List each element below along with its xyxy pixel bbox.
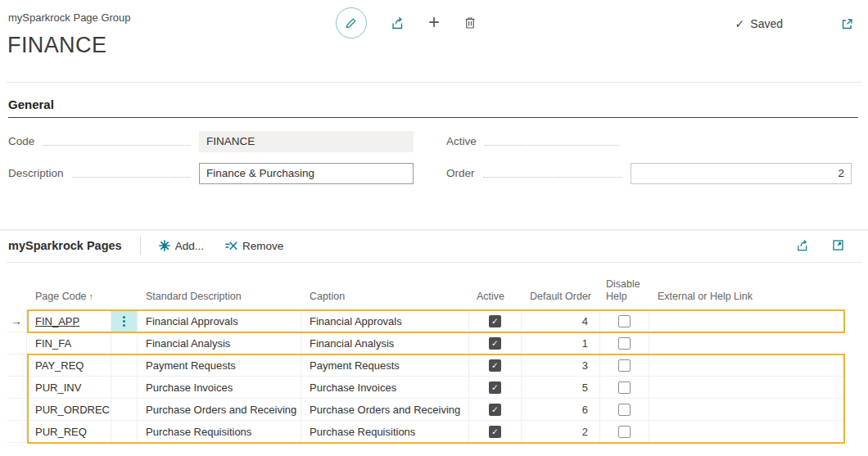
add-button[interactable]: Add... bbox=[159, 240, 204, 252]
caption-cell[interactable]: Financial Approvals bbox=[301, 310, 469, 332]
standard-description-cell[interactable]: Purchase Orders and Receiving bbox=[138, 399, 301, 420]
top-toolbar: + bbox=[336, 7, 477, 38]
column-header-external-link[interactable]: External or Help Link bbox=[649, 291, 845, 310]
save-status: Saved bbox=[735, 17, 783, 30]
table-row[interactable]: PUR_ORDREC Purchase Orders and Receiving… bbox=[7, 399, 845, 421]
active-checkbox[interactable] bbox=[489, 404, 501, 416]
active-checkbox[interactable] bbox=[489, 337, 501, 350]
dotted-leader bbox=[485, 138, 622, 146]
row-menu-cell bbox=[111, 399, 138, 420]
vertical-dots-icon bbox=[123, 320, 125, 323]
page-code-link[interactable]: FIN_FA bbox=[35, 337, 71, 350]
open-in-new-window-button[interactable] bbox=[840, 17, 854, 31]
order-field[interactable] bbox=[631, 163, 852, 184]
popout-icon bbox=[840, 17, 854, 31]
external-link-cell[interactable] bbox=[649, 332, 845, 354]
row-selector-cell[interactable] bbox=[7, 354, 27, 376]
add-button-label: Add... bbox=[175, 240, 204, 252]
caption-cell[interactable]: Purchase Invoices bbox=[301, 377, 469, 398]
table-row[interactable]: FIN_FA Financial Analysis Financial Anal… bbox=[7, 332, 845, 354]
standard-description-cell[interactable]: Payment Requests bbox=[138, 354, 301, 376]
share-icon bbox=[795, 238, 810, 253]
remove-x-icon bbox=[225, 241, 237, 251]
column-header-caption[interactable]: Caption bbox=[301, 291, 469, 310]
page-code-link[interactable]: PUR_REQ bbox=[35, 426, 87, 438]
external-link-cell[interactable] bbox=[649, 377, 845, 398]
active-checkbox[interactable] bbox=[489, 315, 501, 327]
external-link-cell[interactable] bbox=[649, 310, 845, 332]
row-selector-cell[interactable] bbox=[7, 377, 27, 398]
default-order-cell[interactable]: 6 bbox=[522, 399, 600, 420]
dotted-leader bbox=[43, 138, 191, 146]
remove-button[interactable]: Remove bbox=[225, 240, 283, 252]
external-link-cell[interactable] bbox=[649, 399, 845, 420]
active-checkbox[interactable] bbox=[489, 426, 501, 438]
table-row[interactable]: PUR_REQ Purchase Requisitions Purchase R… bbox=[7, 421, 845, 443]
caption-cell[interactable]: Purchase Orders and Receiving bbox=[301, 399, 469, 420]
disable-help-checkbox[interactable] bbox=[618, 359, 631, 372]
disable-help-checkbox[interactable] bbox=[618, 426, 631, 438]
column-header-page-code[interactable]: Page Code↑ bbox=[27, 291, 111, 310]
field-active: Active bbox=[446, 130, 852, 152]
dotted-leader bbox=[483, 169, 622, 178]
share-button[interactable] bbox=[390, 16, 405, 31]
external-link-cell[interactable] bbox=[649, 421, 845, 442]
expand-part-button[interactable] bbox=[831, 238, 845, 253]
active-checkbox[interactable] bbox=[489, 382, 501, 394]
page-code-link[interactable]: FIN_APP bbox=[35, 315, 79, 327]
edit-button[interactable] bbox=[336, 7, 367, 38]
code-field[interactable] bbox=[199, 131, 414, 152]
table-row[interactable]: PUR_INV Purchase Invoices Purchase Invoi… bbox=[7, 377, 845, 399]
row-menu-cell bbox=[111, 377, 138, 398]
column-header-default-order[interactable]: Default Order bbox=[522, 291, 600, 310]
general-fields: Code Active Description Order bbox=[8, 130, 852, 184]
default-order-cell[interactable]: 3 bbox=[522, 354, 600, 376]
caption-cell[interactable]: Purchase Requisitions bbox=[301, 421, 469, 442]
expand-icon bbox=[831, 238, 845, 252]
page-code-link[interactable]: PUR_ORDREC bbox=[35, 404, 110, 416]
description-field[interactable] bbox=[199, 163, 414, 184]
column-header-active[interactable]: Active bbox=[469, 291, 522, 310]
column-header-disable-help[interactable]: Disable Help bbox=[600, 278, 649, 310]
row-selector-header bbox=[7, 304, 27, 310]
table-row[interactable]: → FIN_APP Financial Approvals Financial … bbox=[7, 310, 845, 332]
active-checkbox[interactable] bbox=[489, 359, 501, 372]
row-selector-cell[interactable] bbox=[7, 421, 27, 442]
code-label: Code bbox=[8, 135, 34, 147]
page-code-link[interactable]: PAY_REQ bbox=[35, 359, 84, 372]
pencil-icon bbox=[345, 16, 358, 29]
default-order-cell[interactable]: 4 bbox=[522, 310, 600, 332]
share-part-button[interactable] bbox=[795, 238, 810, 253]
dotted-leader bbox=[72, 169, 191, 178]
breadcrumb[interactable]: mySparkrock Page Group bbox=[8, 11, 131, 24]
page-title: FINANCE bbox=[7, 33, 106, 58]
default-order-cell[interactable]: 1 bbox=[522, 332, 600, 354]
caption-cell[interactable]: Financial Analysis bbox=[301, 332, 469, 354]
pages-table: Page Code↑ Standard Description Caption … bbox=[7, 264, 845, 443]
standard-description-cell[interactable]: Purchase Invoices bbox=[138, 377, 301, 398]
disable-help-checkbox[interactable] bbox=[618, 337, 631, 350]
standard-description-cell[interactable]: Financial Analysis bbox=[138, 332, 301, 354]
row-selector-cell[interactable] bbox=[7, 332, 27, 354]
delete-button[interactable] bbox=[463, 16, 477, 30]
field-description: Description bbox=[8, 162, 414, 184]
standard-description-cell[interactable]: Financial Approvals bbox=[138, 310, 301, 332]
disable-help-checkbox[interactable] bbox=[618, 404, 631, 416]
disable-help-checkbox[interactable] bbox=[618, 382, 631, 394]
new-button[interactable]: + bbox=[428, 14, 440, 32]
default-order-cell[interactable]: 5 bbox=[522, 377, 600, 398]
order-label: Order bbox=[446, 167, 475, 179]
disable-help-checkbox[interactable] bbox=[618, 315, 631, 327]
row-selector-cell[interactable] bbox=[7, 399, 27, 420]
caption-cell[interactable]: Payment Requests bbox=[301, 354, 469, 376]
table-row[interactable]: PAY_REQ Payment Requests Payment Request… bbox=[7, 354, 845, 377]
row-menu-cell bbox=[111, 332, 138, 354]
section-general-header[interactable]: General bbox=[8, 97, 858, 118]
share-icon bbox=[390, 16, 405, 31]
page-code-link[interactable]: PUR_INV bbox=[35, 382, 81, 394]
default-order-cell[interactable]: 2 bbox=[522, 421, 600, 442]
row-menu-button[interactable] bbox=[111, 310, 137, 332]
standard-description-cell[interactable]: Purchase Requisitions bbox=[138, 421, 301, 442]
column-header-standard-description[interactable]: Standard Description bbox=[138, 291, 301, 310]
external-link-cell[interactable] bbox=[649, 354, 845, 376]
